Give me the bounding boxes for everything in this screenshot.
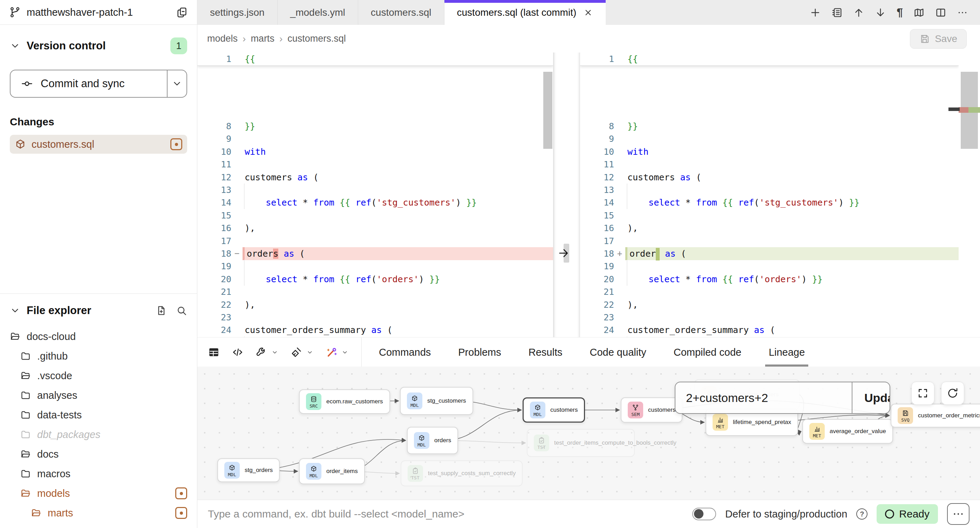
breadcrumb-item[interactable]: marts bbox=[251, 33, 274, 44]
file-tree-item-models[interactable]: models bbox=[10, 484, 187, 503]
diff-editor[interactable]: 1{{8}}910with1112customers as (1314 sele… bbox=[197, 52, 980, 337]
code-line-11[interactable]: 11 bbox=[197, 158, 553, 171]
lineage-node-test-order-items-compute-to-bools-correctly[interactable]: TSTtest_order_items_compute_to_bools_cor… bbox=[527, 429, 635, 457]
code-line-17[interactable]: 17 bbox=[197, 235, 553, 247]
code-line-10[interactable]: 10with bbox=[197, 145, 553, 158]
bottom-tab-lineage[interactable]: Lineage bbox=[768, 338, 805, 367]
lineage-search-input[interactable] bbox=[675, 382, 852, 413]
refresh-graph-button[interactable] bbox=[941, 382, 964, 405]
code-line-23[interactable]: 23 bbox=[197, 311, 553, 324]
update-graph-button[interactable]: Update Graph bbox=[852, 382, 890, 413]
more-options-button[interactable] bbox=[947, 503, 969, 525]
file-tree-item--github[interactable]: .github bbox=[10, 346, 187, 366]
plus-icon[interactable] bbox=[810, 7, 821, 18]
code-line-16[interactable]: 16), bbox=[197, 222, 553, 235]
lineage-node-stg-customers[interactable]: MDLstg_customers bbox=[400, 387, 473, 415]
save-button[interactable]: Save bbox=[910, 29, 967, 49]
diff-apply-arrow-icon[interactable] bbox=[558, 247, 570, 259]
tab--models-yml[interactable]: _models.yml bbox=[278, 0, 358, 25]
code-line-22[interactable]: 22), bbox=[580, 298, 959, 311]
tab-customers-sql[interactable]: customers.sql bbox=[358, 0, 444, 25]
code-line-8[interactable]: 8}} bbox=[197, 120, 553, 133]
code-line-16[interactable]: 16), bbox=[580, 222, 959, 235]
lineage-node-orders[interactable]: MDLorders bbox=[407, 427, 458, 454]
lineage-node-customers[interactable]: SEMcustomers bbox=[621, 397, 682, 423]
table-tool-button[interactable] bbox=[208, 346, 220, 358]
breadcrumb-item[interactable]: customers.sql bbox=[287, 33, 346, 44]
file-tree-item-dbt-packages[interactable]: dbt_packages bbox=[10, 425, 187, 444]
code-line-15[interactable]: 15 bbox=[580, 209, 959, 222]
commit-options-caret[interactable] bbox=[167, 70, 186, 97]
code-line-24[interactable]: 24customer_orders_summary as ( bbox=[580, 323, 959, 336]
wrench-tool-button[interactable] bbox=[256, 346, 278, 358]
code-line-12[interactable]: 12customers as ( bbox=[580, 171, 959, 184]
diff-pane-modified[interactable]: 1{{8}}910with1112customers as (1314 sele… bbox=[580, 52, 959, 337]
arrow-up-icon[interactable] bbox=[853, 7, 864, 18]
lineage-panel[interactable]: SRCecom.raw_customersMDLstg_customersMDL… bbox=[197, 366, 980, 499]
lineage-node-average-order-value[interactable]: METaverage_order_value bbox=[802, 419, 893, 444]
lineage-node-customers[interactable]: MDLcustomers bbox=[523, 397, 585, 423]
diff-pane-original[interactable]: 1{{8}}910with1112customers as (1314 sele… bbox=[197, 52, 553, 337]
search-icon[interactable] bbox=[176, 305, 187, 316]
breadcrumb-item[interactable]: models bbox=[207, 33, 238, 44]
arrow-down-icon[interactable] bbox=[875, 7, 886, 18]
code-line-19[interactable]: 19 bbox=[580, 260, 959, 273]
diff-overview-ruler[interactable] bbox=[959, 52, 980, 337]
new-file-icon[interactable] bbox=[156, 305, 167, 316]
command-input[interactable]: Type a command, ex. dbt build --select <… bbox=[208, 508, 683, 520]
code-line-24[interactable]: 24customer_orders_summary as ( bbox=[197, 323, 553, 336]
code-line-20[interactable]: 20 select * from {{ ref('orders') }} bbox=[197, 273, 553, 286]
code-line-9[interactable]: 9 bbox=[197, 132, 553, 145]
code-line-20[interactable]: 20 select * from {{ ref('orders') }} bbox=[580, 273, 959, 286]
ellipsis-icon[interactable] bbox=[957, 7, 968, 18]
bottom-tab-problems[interactable]: Problems bbox=[458, 338, 501, 367]
code-line-21[interactable]: 21 bbox=[580, 285, 959, 298]
bottom-tab-code-quality[interactable]: Code quality bbox=[590, 338, 646, 367]
code-line-13[interactable]: 13 bbox=[197, 184, 553, 197]
file-tree-item-data-tests[interactable]: data-tests bbox=[10, 405, 187, 425]
left-scrollbar[interactable] bbox=[543, 72, 552, 149]
lineage-node-test-supply-costs-sum-correctly[interactable]: TSTtest_supply_costs_sum_correctly bbox=[401, 460, 523, 486]
lineage-node-stg-orders[interactable]: MDLstg_orders bbox=[217, 458, 280, 482]
chevron-down-icon[interactable] bbox=[306, 348, 314, 356]
file-tree-item-macros[interactable]: macros bbox=[10, 464, 187, 484]
code-line-23[interactable]: 23 bbox=[580, 311, 959, 324]
code-line-9[interactable]: 9 bbox=[580, 132, 959, 145]
close-icon[interactable] bbox=[583, 8, 593, 17]
file-tree-item-marts[interactable]: marts bbox=[10, 503, 187, 523]
chevron-down-icon[interactable] bbox=[341, 348, 349, 356]
help-icon[interactable]: ? bbox=[856, 508, 867, 520]
changed-file-row[interactable]: customers.sql bbox=[10, 135, 187, 154]
file-tree-item-analyses[interactable]: analyses bbox=[10, 385, 187, 405]
copy-branch-icon[interactable] bbox=[176, 6, 188, 18]
split-icon[interactable] bbox=[935, 7, 947, 18]
bottom-tab-commands[interactable]: Commands bbox=[379, 338, 431, 367]
bottom-tab-compiled-code[interactable]: Compiled code bbox=[674, 338, 741, 367]
file-tree-item-docs[interactable]: docs bbox=[10, 444, 187, 464]
code-line-17[interactable]: 17 bbox=[580, 235, 959, 247]
lineage-node-order-items[interactable]: MDLorder_items bbox=[299, 458, 365, 484]
chevron-down-icon[interactable] bbox=[10, 41, 20, 51]
code-line-8[interactable]: 8}} bbox=[580, 120, 959, 133]
broom-tool-button[interactable] bbox=[291, 346, 314, 358]
code-line-14[interactable]: 14 select * from {{ ref('stg_customers')… bbox=[197, 196, 553, 209]
file-tree-item-docs-cloud[interactable]: docs-cloud bbox=[10, 327, 187, 346]
lineage-node-ecom-raw-customers[interactable]: SRCecom.raw_customers bbox=[299, 389, 390, 414]
code-line-12[interactable]: 12customers as ( bbox=[197, 171, 553, 184]
notebook-icon[interactable] bbox=[831, 7, 843, 18]
fullscreen-button[interactable] bbox=[911, 382, 934, 405]
pilcrow-icon[interactable]: ¶ bbox=[897, 6, 903, 19]
bottom-tab-results[interactable]: Results bbox=[528, 338, 563, 367]
chevron-down-icon[interactable] bbox=[271, 348, 278, 356]
code-line-18[interactable]: 18−orders as ( bbox=[197, 247, 553, 260]
commit-and-sync-button[interactable]: Commit and sync bbox=[10, 70, 187, 98]
code-line-21[interactable]: 21 bbox=[197, 285, 553, 298]
defer-toggle[interactable] bbox=[692, 508, 716, 520]
code-line-13[interactable]: 13 bbox=[580, 184, 959, 197]
tab-settings-json[interactable]: settings.json bbox=[197, 0, 278, 25]
code-line-19[interactable]: 19 bbox=[197, 260, 553, 273]
code-line-10[interactable]: 10with bbox=[580, 145, 959, 158]
code-line-14[interactable]: 14 select * from {{ ref('stg_customers')… bbox=[580, 196, 959, 209]
map-icon[interactable] bbox=[913, 7, 924, 18]
code-line-18[interactable]: 18+order as ( bbox=[580, 247, 959, 260]
